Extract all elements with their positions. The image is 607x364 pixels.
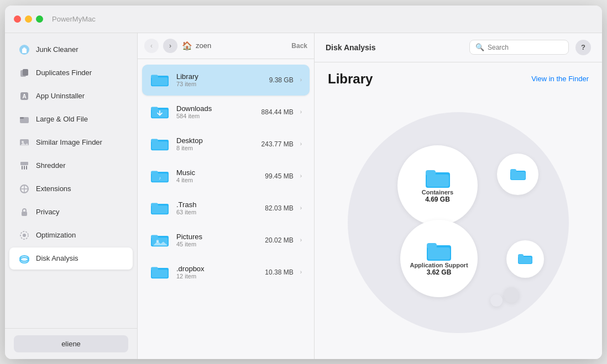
file-info-pictures: Pictures 45 item — [176, 233, 258, 247]
file-size-downloads: 884.44 MB — [261, 108, 294, 116]
sidebar-item-junk-cleaner[interactable]: Junk Cleaner — [9, 39, 133, 61]
file-name-dropbox: .dropbox — [176, 265, 258, 273]
folder-icon-music: ♪ — [150, 166, 170, 186]
search-input[interactable] — [488, 44, 559, 51]
file-info-dropbox: .dropbox 12 item — [176, 265, 258, 279]
close-button[interactable] — [14, 15, 21, 23]
file-name-pictures: Pictures — [176, 233, 258, 241]
file-info-downloads: Downloads 584 item — [176, 104, 255, 119]
file-info-music: Music 4 item — [176, 168, 258, 183]
nav-back-button[interactable]: ‹ — [144, 39, 159, 53]
bubble-bottom-right[interactable] — [506, 240, 544, 278]
right-panel: Disk Analysis 🔍 ? Library View in the Fi… — [315, 33, 602, 359]
back-button[interactable]: Back — [291, 42, 307, 50]
svg-rect-4 — [23, 69, 28, 76]
sidebar-footer: eliene — [5, 328, 137, 359]
search-bar[interactable]: 🔍 — [469, 40, 569, 55]
user-label: eliene — [61, 340, 81, 348]
bubble-containers[interactable]: Containers 4.69 GB — [397, 145, 478, 225]
svg-rect-60 — [519, 257, 532, 263]
svg-text:♪: ♪ — [159, 176, 161, 181]
right-panel-title: Disk Analysis — [326, 43, 463, 52]
file-size-dropbox: 10.38 MB — [265, 268, 293, 276]
file-size-trash: 82.03 MB — [265, 204, 293, 212]
folder-icon-library — [150, 70, 170, 90]
file-count-downloads: 584 item — [176, 113, 255, 119]
junk-cleaner-icon — [18, 44, 30, 56]
extensions-icon — [18, 183, 30, 195]
sidebar-item-app-uninstaller[interactable]: A App Uninstaller — [9, 85, 133, 107]
app-uninstaller-icon: A — [18, 90, 30, 102]
bubble-dot2 — [490, 294, 503, 307]
bubble-containers-size: 4.69 GB — [425, 196, 450, 203]
sidebar-item-shredder-label: Shredder — [36, 161, 65, 170]
bubble-containers-label: Containers — [422, 189, 453, 196]
right-header: Disk Analysis 🔍 ? — [315, 33, 602, 62]
folder-header-row: Library View in the Finder — [328, 71, 589, 87]
file-item-downloads[interactable]: Downloads 584 item 884.44 MB › — [142, 97, 310, 128]
svg-rect-19 — [22, 212, 27, 216]
view-in-finder-link[interactable]: View in the Finder — [531, 75, 589, 83]
svg-point-20 — [23, 234, 26, 237]
svg-rect-2 — [23, 48, 25, 49]
file-name-downloads: Downloads — [176, 104, 255, 113]
app-window: PowerMyMac Junk Cleaner Duplicates Finde… — [5, 6, 602, 359]
user-button[interactable]: eliene — [14, 335, 128, 352]
file-item-library[interactable]: Library 73 item 9.38 GB › — [142, 65, 310, 96]
svg-rect-15 — [26, 166, 27, 170]
file-size-pictures: 20.02 MB — [265, 236, 293, 244]
file-item-trash[interactable]: .Trash 63 item 82.03 MB › — [142, 193, 310, 224]
sidebar-item-large-old-file[interactable]: Large & Old File — [9, 108, 133, 130]
file-name-trash: .Trash — [176, 201, 258, 209]
minimize-button[interactable] — [25, 15, 32, 23]
svg-rect-12 — [20, 162, 28, 165]
sidebar-item-privacy-label: Privacy — [36, 208, 60, 216]
sidebar-item-optimization[interactable]: Optimization — [9, 224, 133, 246]
svg-rect-24 — [20, 259, 29, 260]
svg-rect-33 — [152, 141, 168, 149]
sidebar-item-disk-analysis-label: Disk Analysis — [36, 254, 79, 262]
file-count-music: 4 item — [176, 177, 258, 183]
file-info-library: Library 73 item — [176, 72, 263, 87]
chevron-pictures: › — [300, 237, 302, 243]
folder-icon-dropbox — [150, 262, 170, 282]
file-item-music[interactable]: ♪ Music 4 item 99.45 MB › — [142, 161, 310, 192]
app-title: PowerMyMac — [52, 15, 96, 23]
chevron-library: › — [300, 77, 302, 83]
sidebar-item-extensions[interactable]: Extensions — [9, 178, 133, 200]
bubble-app-support-label: Application Support — [410, 262, 468, 268]
chevron-music: › — [300, 173, 302, 179]
sidebar-item-privacy[interactable]: Privacy — [9, 201, 133, 223]
file-item-dropbox[interactable]: .dropbox 12 item 10.38 MB › — [142, 257, 310, 288]
svg-rect-54 — [428, 247, 450, 260]
large-old-file-icon — [18, 113, 30, 125]
shredder-icon — [18, 160, 30, 172]
duplicates-finder-icon — [18, 67, 30, 79]
svg-rect-51 — [427, 175, 449, 187]
help-button[interactable]: ? — [575, 40, 591, 55]
disk-analysis-icon — [18, 252, 30, 265]
file-item-desktop[interactable]: Desktop 8 item 243.77 MB › — [142, 129, 310, 160]
bubble-app-support[interactable]: Application Support 3.62 GB — [400, 220, 478, 297]
bubble-top-right[interactable] — [497, 154, 538, 195]
svg-text:A: A — [22, 93, 26, 99]
sidebar-item-similar-image-finder[interactable]: Similar Image Finder — [9, 131, 133, 154]
sidebar-item-disk-analysis[interactable]: Disk Analysis — [9, 247, 133, 270]
file-count-desktop: 8 item — [176, 145, 255, 151]
file-item-pictures[interactable]: Pictures 45 item 20.02 MB › — [142, 225, 310, 256]
file-count-dropbox: 12 item — [176, 273, 258, 279]
svg-rect-40 — [152, 205, 168, 213]
svg-point-10 — [22, 141, 24, 143]
bubble-background: Containers 4.69 GB Application Support — [348, 112, 569, 333]
file-size-library: 9.38 GB — [269, 76, 294, 84]
sidebar-item-duplicates-finder[interactable]: Duplicates Finder — [9, 62, 133, 84]
sidebar-item-shredder[interactable]: Shredder — [9, 155, 133, 177]
file-name-desktop: Desktop — [176, 136, 255, 145]
sidebar: Junk Cleaner Duplicates Finder A App Uni… — [5, 33, 138, 359]
maximize-button[interactable] — [36, 15, 43, 23]
sidebar-item-extensions-label: Extensions — [36, 184, 71, 193]
optimization-icon — [18, 229, 30, 241]
sidebar-item-similar-image-finder-label: Similar Image Finder — [36, 138, 102, 146]
file-panel-nav: ‹ › 🏠 zoen Back — [138, 33, 314, 59]
nav-forward-button[interactable]: › — [163, 39, 177, 53]
